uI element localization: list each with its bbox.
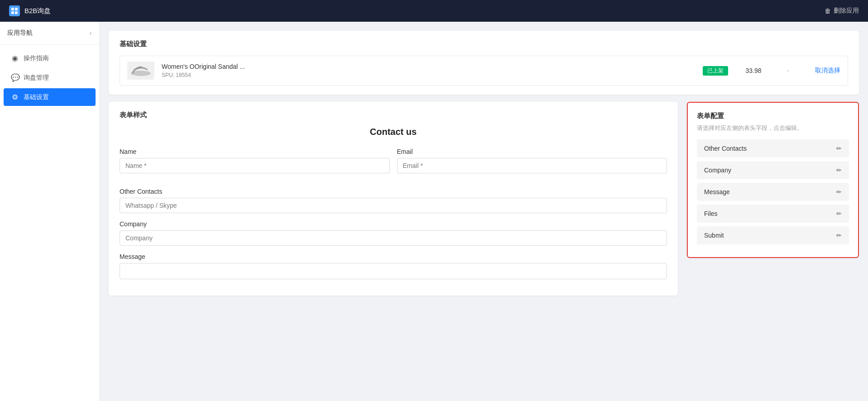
app-logo — [9, 5, 20, 16]
svg-rect-3 — [15, 11, 18, 14]
product-info: Women's OOriginal Sandal ... SPU: 18554 — [162, 63, 695, 78]
config-item-files-edit-icon: ✏ — [836, 210, 842, 217]
form-layout: 表单样式 Contact us Name Email Other Contact — [109, 102, 859, 296]
config-item-submit[interactable]: Submit ✏ — [697, 226, 849, 244]
topbar: B2B询盘 🗑 删除应用 — [0, 0, 868, 22]
svg-rect-1 — [15, 8, 18, 10]
basic-settings-title: 基础设置 — [120, 40, 848, 48]
app-title: B2B询盘 — [24, 7, 51, 15]
config-item-company[interactable]: Company ✏ — [697, 161, 849, 179]
svg-rect-2 — [11, 11, 14, 14]
gear-icon: ⚙ — [11, 93, 19, 101]
config-item-files[interactable]: Files ✏ — [697, 205, 849, 223]
basic-settings-card: 基础设置 Women's OOriginal Sandal ... SPU: 1… — [109, 31, 859, 95]
other-contacts-input[interactable] — [120, 198, 667, 213]
product-image — [127, 62, 154, 80]
name-input[interactable] — [120, 158, 390, 173]
config-item-other-contacts-edit-icon: ✏ — [836, 145, 842, 152]
config-item-message-edit-icon: ✏ — [836, 188, 842, 196]
globe-icon: ◉ — [11, 54, 19, 62]
message-group: Message — [120, 253, 667, 279]
product-dash: - — [779, 67, 797, 74]
config-item-files-label: Files — [704, 210, 718, 217]
company-input[interactable] — [120, 230, 667, 246]
config-item-company-label: Company — [704, 167, 731, 174]
sidebar-nav: ◉ 操作指南 💬 询盘管理 ⚙ 基础设置 — [0, 45, 99, 110]
config-item-submit-label: Submit — [704, 232, 724, 239]
email-label: Email — [397, 148, 667, 155]
sidebar-item-inquiry[interactable]: 💬 询盘管理 — [4, 69, 96, 86]
form-preview-title: 表单样式 — [120, 111, 667, 119]
config-item-message[interactable]: Message ✏ — [697, 183, 849, 201]
delete-app-button[interactable]: 🗑 删除应用 — [825, 7, 859, 15]
form-config-card: 表单配置 请选择对应左侧的表头字段，点击编辑。 Other Contacts ✏… — [687, 102, 859, 258]
sandal-svg — [128, 63, 153, 78]
form-preview-card: 表单样式 Contact us Name Email Other Contact — [109, 102, 678, 296]
sidebar: 应用导航 ‹ ◉ 操作指南 💬 询盘管理 ⚙ 基础设置 — [0, 22, 100, 401]
svg-rect-0 — [11, 8, 14, 10]
config-item-company-edit-icon: ✏ — [836, 167, 842, 174]
message-icon: 💬 — [11, 73, 19, 82]
sidebar-item-settings-label: 基础设置 — [24, 93, 49, 101]
form-config-title: 表单配置 — [697, 112, 849, 120]
topbar-left: B2B询盘 — [9, 5, 51, 16]
sidebar-item-inquiry-label: 询盘管理 — [24, 74, 49, 82]
form-config-hint: 请选择对应左侧的表头字段，点击编辑。 — [697, 124, 849, 132]
email-input[interactable] — [397, 158, 667, 173]
sidebar-item-settings[interactable]: ⚙ 基础设置 — [4, 88, 96, 106]
product-name: Women's OOriginal Sandal ... — [162, 63, 695, 70]
delete-app-label: 删除应用 — [834, 7, 859, 15]
sidebar-item-guide-label: 操作指南 — [24, 54, 49, 62]
product-spu: SPU: 18554 — [162, 72, 695, 78]
sidebar-item-guide[interactable]: ◉ 操作指南 — [4, 49, 96, 67]
trash-icon: 🗑 — [825, 7, 831, 14]
sidebar-header-label: 应用导航 — [7, 29, 33, 37]
company-group: Company — [120, 220, 667, 246]
config-item-message-label: Message — [704, 188, 730, 196]
company-label: Company — [120, 220, 667, 228]
config-item-other-contacts[interactable]: Other Contacts ✏ — [697, 139, 849, 158]
message-label: Message — [120, 253, 667, 260]
name-email-row: Name Email — [120, 148, 667, 181]
config-item-other-contacts-label: Other Contacts — [704, 145, 747, 152]
name-label: Name — [120, 148, 390, 155]
other-contacts-group: Other Contacts — [120, 188, 667, 213]
product-row: Women's OOriginal Sandal ... SPU: 18554 … — [120, 56, 848, 86]
name-group: Name — [120, 148, 390, 173]
sidebar-header: 应用导航 ‹ — [0, 22, 99, 45]
email-group: Email — [397, 148, 667, 173]
contact-form-title: Contact us — [120, 127, 667, 137]
cancel-selection-button[interactable]: 取消选择 — [804, 67, 840, 75]
sidebar-collapse-icon[interactable]: ‹ — [90, 29, 92, 37]
content-area: 基础设置 Women's OOriginal Sandal ... SPU: 1… — [100, 22, 868, 401]
message-input[interactable] — [120, 263, 667, 279]
product-status-badge: 已上架 — [703, 66, 728, 76]
main-layout: 应用导航 ‹ ◉ 操作指南 💬 询盘管理 ⚙ 基础设置 基础设置 — [0, 22, 868, 401]
product-price: 33.98 — [735, 67, 772, 74]
config-item-submit-edit-icon: ✏ — [836, 232, 842, 239]
other-contacts-label: Other Contacts — [120, 188, 667, 195]
